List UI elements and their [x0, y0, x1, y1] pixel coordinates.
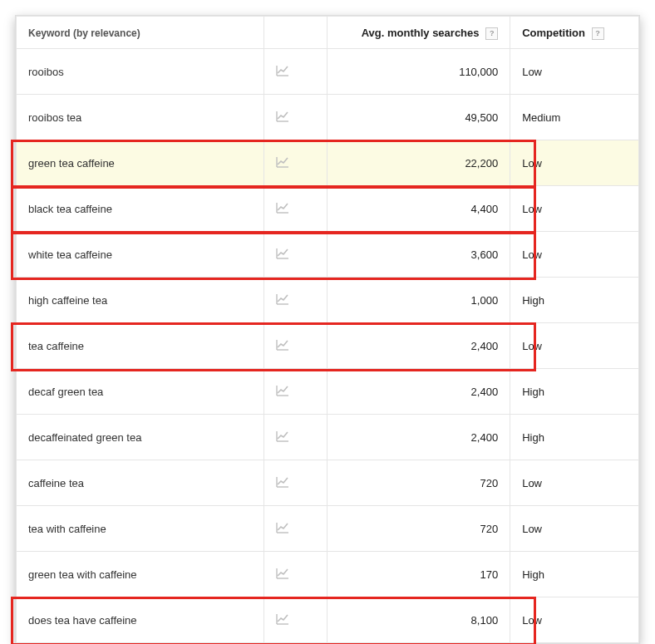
searches-value: 2,400 [471, 431, 499, 444]
trend-icon[interactable] [276, 613, 289, 627]
keyword-cell[interactable]: high caffeine tea [17, 278, 264, 323]
keyword-text: high caffeine tea [28, 294, 107, 307]
trend-icon[interactable] [276, 476, 289, 490]
help-icon[interactable]: ? [485, 27, 498, 40]
keyword-text: tea caffeine [28, 340, 84, 352]
trend-icon[interactable] [276, 248, 289, 262]
trend-cell[interactable] [263, 95, 328, 140]
competition-cell: High [510, 278, 639, 323]
trend-cell[interactable] [263, 323, 328, 369]
keyword-text: black tea caffeine [28, 203, 112, 215]
keyword-text: does tea have caffeine [28, 614, 137, 627]
trend-cell[interactable] [263, 460, 328, 506]
keyword-text: caffeine tea [28, 477, 84, 489]
competition-value: Low [522, 66, 542, 78]
searches-value: 110,000 [459, 66, 498, 78]
keyword-text: decaffeinated green tea [28, 431, 141, 444]
trend-icon[interactable] [276, 430, 289, 445]
header-searches[interactable]: Avg. monthly searches ? [328, 17, 510, 49]
trend-icon[interactable] [276, 339, 289, 353]
table-row[interactable]: decaf green tea2,400High [17, 369, 639, 415]
keyword-cell[interactable]: white tea caffeine [17, 232, 264, 278]
table-row[interactable]: does tea have caffeine8,100Low [17, 597, 639, 643]
competition-value: Low [522, 523, 542, 535]
keyword-cell[interactable]: decaffeinated green tea [17, 415, 264, 460]
table-row[interactable]: green tea with caffeine170High [17, 552, 639, 597]
header-competition[interactable]: Competition ? [510, 17, 639, 49]
trend-cell[interactable] [263, 186, 328, 232]
header-keyword-label: Keyword (by relevance) [28, 27, 140, 39]
keyword-cell[interactable]: tea with caffeine [17, 506, 264, 552]
table-row[interactable]: high caffeine tea1,000High [17, 278, 639, 323]
trend-cell[interactable] [263, 369, 328, 415]
keyword-text: decaf green tea [28, 386, 103, 398]
trend-icon[interactable] [276, 156, 289, 170]
searches-value: 3,600 [471, 248, 499, 261]
trend-icon[interactable] [276, 65, 289, 79]
searches-cell: 720 [328, 506, 510, 552]
table-row[interactable]: tea with caffeine720Low [17, 506, 639, 552]
searches-cell: 110,000 [328, 49, 510, 95]
searches-cell: 8,100 [328, 597, 510, 643]
trend-cell[interactable] [263, 415, 328, 460]
searches-cell: 22,200 [328, 140, 510, 186]
table-row[interactable]: white tea caffeine3,600Low [17, 232, 639, 278]
keyword-cell[interactable]: green tea caffeine [17, 140, 264, 186]
keyword-cell[interactable]: caffeine tea [17, 460, 264, 506]
trend-cell[interactable] [263, 140, 328, 186]
trend-cell[interactable] [263, 597, 328, 643]
trend-icon[interactable] [276, 522, 289, 536]
trend-icon[interactable] [276, 293, 289, 307]
competition-value: Low [522, 157, 542, 170]
keyword-text: tea with caffeine [28, 523, 106, 535]
trend-cell[interactable] [263, 232, 328, 278]
keyword-text: green tea with caffeine [28, 568, 137, 581]
keyword-text: white tea caffeine [28, 248, 112, 261]
trend-icon[interactable] [276, 202, 289, 216]
table-row[interactable]: decaffeinated green tea2,400High [17, 415, 639, 460]
table-row[interactable]: green tea caffeine22,200Low [17, 140, 639, 186]
table-row[interactable]: rooibos tea49,500Medium [17, 95, 639, 140]
competition-cell: Low [510, 460, 639, 506]
competition-cell: Low [510, 49, 639, 95]
trend-cell[interactable] [263, 278, 328, 323]
keyword-panel: Keyword (by relevance) Avg. monthly sear… [15, 15, 640, 644]
searches-cell: 2,400 [328, 415, 510, 460]
searches-cell: 720 [328, 460, 510, 506]
searches-value: 170 [480, 568, 498, 581]
competition-cell: Low [510, 597, 639, 643]
competition-cell: Low [510, 232, 639, 278]
competition-cell: Low [510, 323, 639, 369]
help-icon[interactable]: ? [592, 27, 604, 40]
trend-cell[interactable] [263, 552, 328, 597]
keyword-cell[interactable]: green tea with caffeine [17, 552, 264, 597]
searches-value: 720 [480, 523, 498, 535]
keyword-cell[interactable]: rooibos tea [17, 95, 264, 140]
header-searches-label: Avg. monthly searches [362, 27, 480, 39]
competition-cell: High [510, 415, 639, 460]
keyword-text: rooibos [28, 66, 64, 78]
keyword-cell[interactable]: decaf green tea [17, 369, 264, 415]
keyword-cell[interactable]: does tea have caffeine [17, 597, 264, 643]
table-row[interactable]: caffeine tea720Low [17, 460, 639, 506]
searches-cell: 3,600 [328, 232, 510, 278]
table-row[interactable]: black tea caffeine4,400Low [17, 186, 639, 232]
table-row[interactable]: rooibos110,000Low [17, 49, 639, 95]
header-competition-label: Competition [522, 27, 585, 39]
trend-icon[interactable] [276, 111, 289, 125]
keyword-cell[interactable]: tea caffeine [17, 323, 264, 369]
keyword-cell[interactable]: black tea caffeine [17, 186, 264, 232]
searches-value: 2,400 [471, 340, 499, 352]
keyword-text: rooibos tea [28, 111, 81, 124]
trend-cell[interactable] [263, 49, 328, 95]
competition-cell: High [510, 369, 639, 415]
searches-value: 1,000 [471, 294, 499, 307]
trend-icon[interactable] [276, 385, 289, 399]
header-keyword[interactable]: Keyword (by relevance) [17, 17, 264, 49]
keyword-cell[interactable]: rooibos [17, 49, 264, 95]
table-row[interactable]: tea caffeine2,400Low [17, 323, 639, 369]
competition-value: Low [522, 477, 542, 489]
searches-value: 4,400 [471, 203, 499, 215]
trend-cell[interactable] [263, 506, 328, 552]
trend-icon[interactable] [276, 568, 289, 582]
